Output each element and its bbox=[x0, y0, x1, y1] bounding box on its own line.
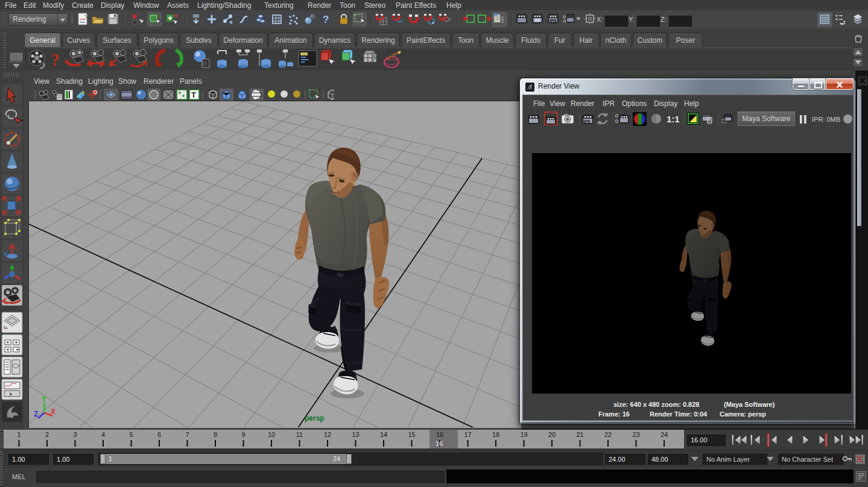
svg-text:12: 12 bbox=[324, 431, 331, 438]
svg-text:17: 17 bbox=[464, 431, 471, 438]
svg-text:21: 21 bbox=[576, 431, 583, 438]
svg-text:24: 24 bbox=[661, 431, 668, 438]
svg-text:16: 16 bbox=[436, 440, 443, 447]
svg-text:8: 8 bbox=[214, 431, 217, 438]
svg-text:6: 6 bbox=[157, 431, 161, 438]
svg-text:7: 7 bbox=[185, 431, 189, 438]
svg-text:X: X bbox=[51, 407, 55, 416]
svg-text:IPR: IPR bbox=[550, 19, 557, 23]
svg-text:?: ? bbox=[51, 49, 60, 69]
svg-text:5: 5 bbox=[129, 431, 133, 438]
svg-text:23: 23 bbox=[632, 431, 639, 438]
svg-text:Z: Z bbox=[34, 410, 38, 418]
svg-text:4: 4 bbox=[101, 431, 105, 438]
svg-text:15: 15 bbox=[408, 431, 415, 438]
svg-text:3: 3 bbox=[73, 431, 77, 438]
svg-text:10: 10 bbox=[268, 431, 275, 438]
svg-text:1: 1 bbox=[17, 431, 21, 438]
svg-text:1:1: 1:1 bbox=[667, 114, 680, 124]
svg-text:2: 2 bbox=[45, 431, 49, 438]
svg-text:IPR: IPR bbox=[584, 119, 591, 124]
svg-text:16: 16 bbox=[436, 431, 443, 438]
svg-text:22: 22 bbox=[604, 431, 612, 438]
svg-text:20: 20 bbox=[548, 431, 556, 438]
svg-text:T: T bbox=[191, 90, 196, 99]
svg-text:?: ? bbox=[323, 14, 329, 25]
svg-text:Y: Y bbox=[42, 395, 46, 403]
svg-text:9: 9 bbox=[241, 431, 245, 438]
svg-text:18: 18 bbox=[492, 431, 499, 438]
svg-text:19: 19 bbox=[520, 431, 527, 438]
svg-text:13: 13 bbox=[352, 431, 359, 438]
svg-text:14: 14 bbox=[380, 431, 387, 438]
svg-text:11: 11 bbox=[296, 431, 303, 438]
